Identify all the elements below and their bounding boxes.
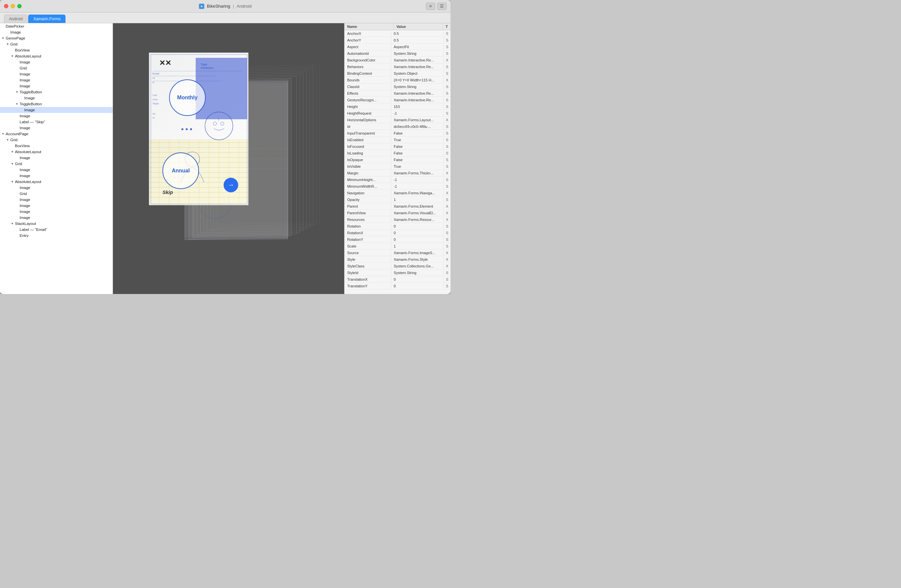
tree-row[interactable]: Image xyxy=(0,59,113,65)
tree-row[interactable]: Label — "Email" xyxy=(0,226,113,232)
property-row[interactable]: ClassId System.String S xyxy=(344,83,450,90)
prop-value: -1 xyxy=(391,111,444,116)
close-button[interactable] xyxy=(4,4,8,8)
property-row[interactable]: StyleClass System.Collections.Ge... X xyxy=(344,263,450,270)
property-row[interactable]: ParentView Xamarin.Forms.VisualEl... X xyxy=(344,210,450,216)
tab-xamarin[interactable]: Xamarin.Forms xyxy=(28,15,65,23)
property-row[interactable]: InputTransparent False S xyxy=(344,130,450,137)
tree-label: ToggleButton xyxy=(20,102,42,106)
tree-row[interactable]: ▼GenrePage xyxy=(0,35,113,41)
tree-row[interactable]: Image xyxy=(0,173,113,179)
prop-type: S xyxy=(444,223,450,229)
property-row[interactable]: Rotation 0 S xyxy=(344,223,450,229)
property-row[interactable]: BackgroundColor Xamarin.Interactive.Re..… xyxy=(344,57,450,64)
tree-row[interactable]: Image xyxy=(0,95,113,101)
prop-type: X xyxy=(444,190,450,196)
titlebar-controls: ≡ ☰ xyxy=(426,3,446,10)
tree-row[interactable]: ▼AbsoluteLayout xyxy=(0,179,113,185)
property-row[interactable]: GestureRecogni... Xamarin.Interactive.Re… xyxy=(344,97,450,103)
tree-row[interactable]: ▼AbsoluteLayout xyxy=(0,149,113,155)
tree-row[interactable]: Image xyxy=(0,185,113,191)
property-row[interactable]: Height 153 S xyxy=(344,103,450,110)
property-row[interactable]: Source Xamarin.Forms.ImageS... X xyxy=(344,250,450,256)
tab-android[interactable]: Android xyxy=(4,15,28,23)
property-row[interactable]: BindingContext System.Object S xyxy=(344,70,450,77)
tree-row[interactable]: Entry xyxy=(0,232,113,239)
property-row[interactable]: AnchorY 0.5 S xyxy=(344,37,450,44)
property-row[interactable]: Aspect AspectFit S xyxy=(344,44,450,50)
tree-row[interactable]: ▼Grid xyxy=(0,137,113,143)
prop-value: Xamarin.Forms.ImageS... xyxy=(391,250,444,256)
tree-row[interactable]: BoxView xyxy=(0,143,113,149)
tree-row[interactable]: Image xyxy=(0,71,113,77)
tree-row[interactable]: ▼ToggleButton xyxy=(0,101,113,107)
property-row[interactable]: Resources Xamarin.Forms.Resour... X xyxy=(344,216,450,223)
property-row[interactable]: Margin Xamarin.Forms.Thickn... X xyxy=(344,170,450,176)
tree-row[interactable]: Image xyxy=(0,113,113,119)
property-row[interactable]: MinimumHeight... -1 S xyxy=(344,176,450,183)
tree-row[interactable]: Image xyxy=(0,77,113,83)
property-row[interactable]: HeightRequest -1 S xyxy=(344,110,450,117)
prop-value: AspectFit xyxy=(391,44,444,50)
property-row[interactable]: MinimumWidthR... -1 S xyxy=(344,183,450,190)
tree-row[interactable]: DatePicker xyxy=(0,23,113,29)
property-row[interactable]: RotationY 0 S xyxy=(344,236,450,243)
tree-row[interactable]: Image xyxy=(0,197,113,203)
property-row[interactable]: Behaviors Xamarin.Interactive.Re... S xyxy=(344,64,450,70)
property-row[interactable]: Parent Xamarin.Forms.Element X xyxy=(344,203,450,210)
tree-row[interactable]: Image xyxy=(0,215,113,221)
tree-row[interactable]: ▼Grid xyxy=(0,161,113,167)
tree-row[interactable]: Label — "Skip" xyxy=(0,119,113,125)
property-row[interactable]: TranslationY 0 S xyxy=(344,283,450,289)
property-row[interactable]: AnchorX 0.5 S xyxy=(344,30,450,37)
panel-view-btn[interactable]: ☰ xyxy=(437,3,446,10)
tree-panel[interactable]: DatePickerImage▼GenrePage▼GridBoxView▼Ab… xyxy=(0,23,113,294)
property-row[interactable]: RotationX 0 S xyxy=(344,229,450,236)
property-row[interactable]: Effects Xamarin.Interactive.Re... S xyxy=(344,90,450,97)
next-arrow-button[interactable]: → xyxy=(224,178,238,192)
tree-row[interactable]: BoxView xyxy=(0,47,113,53)
property-row[interactable]: Bounds {X=0 Y=0 Width=115 H... X xyxy=(344,77,450,83)
property-row[interactable]: TranslationX 0 S xyxy=(344,276,450,283)
prop-type: S xyxy=(444,237,450,242)
property-row[interactable]: Scale 1 S xyxy=(344,243,450,250)
maximize-button[interactable] xyxy=(17,4,22,8)
tree-row[interactable]: Image xyxy=(0,203,113,209)
tree-row[interactable]: ▼ToggleButton xyxy=(0,89,113,95)
property-row[interactable]: IsFocused False S xyxy=(344,143,450,150)
prop-value: True xyxy=(391,137,444,142)
tree-row[interactable]: Grid xyxy=(0,65,113,71)
property-row[interactable]: HorizontalOptions Xamarin.Forms.Layout..… xyxy=(344,117,450,123)
property-row[interactable]: Style Xamarin.Forms.Style X xyxy=(344,256,450,263)
tree-row[interactable]: ▼AccountPage xyxy=(0,131,113,137)
tree-row[interactable]: Image xyxy=(0,29,113,35)
prop-name: IsFocused xyxy=(344,144,391,149)
tree-label: Image xyxy=(20,60,30,64)
tree-row[interactable]: Image xyxy=(0,155,113,161)
tree-row[interactable]: Image xyxy=(0,83,113,89)
tree-row[interactable]: Image xyxy=(0,167,113,173)
tree-row[interactable]: Grid xyxy=(0,191,113,197)
property-row[interactable]: IsOpaque False S xyxy=(344,156,450,163)
prop-value: 1 xyxy=(391,197,444,202)
property-row[interactable]: IsLoading False S xyxy=(344,150,450,156)
property-row[interactable]: Navigation Xamarin.Forms.INaviga... X xyxy=(344,190,450,197)
tree-row[interactable]: Image xyxy=(0,209,113,215)
svg-point-34 xyxy=(213,122,217,125)
svg-point-38 xyxy=(186,128,188,130)
tree-row[interactable]: ▼Grid xyxy=(0,41,113,47)
property-row[interactable]: IsVisible True S xyxy=(344,163,450,170)
tree-row[interactable]: ▼StackLayout xyxy=(0,221,113,226)
property-row[interactable]: IsEnabled True S xyxy=(344,137,450,143)
tree-row[interactable]: ▼AbsoluteLayout xyxy=(0,53,113,59)
tree-row[interactable]: Image xyxy=(0,125,113,131)
property-row[interactable]: AutomationId System.String S xyxy=(344,50,450,57)
list-view-btn[interactable]: ≡ xyxy=(426,3,435,10)
property-row[interactable]: Id dc6ecc69-c0c0-48fa-... S xyxy=(344,123,450,130)
prop-type: X xyxy=(444,250,450,256)
property-row[interactable]: StyleId System.String S xyxy=(344,270,450,276)
tree-arrow: ▼ xyxy=(11,162,14,165)
property-row[interactable]: Opacity 1 S xyxy=(344,197,450,203)
minimize-button[interactable] xyxy=(11,4,15,8)
tree-row[interactable]: Image xyxy=(0,107,113,113)
